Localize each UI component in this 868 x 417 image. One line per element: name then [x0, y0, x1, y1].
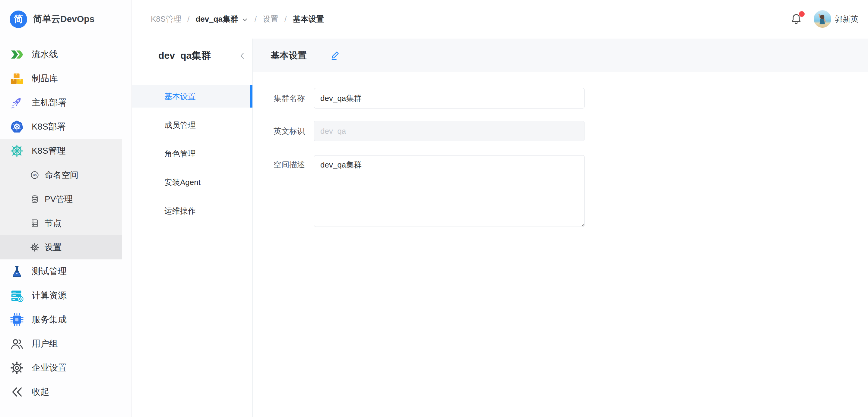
sidebar-item-test-manage[interactable]: 测试管理	[0, 259, 132, 283]
chevron-left-icon	[238, 51, 247, 60]
app-title: 简单云DevOps	[33, 13, 94, 25]
pv-database-icon	[30, 195, 39, 204]
collapse-icon	[10, 385, 24, 399]
description-label: 空间描述	[253, 155, 305, 227]
description-textarea[interactable]: dev_qa集群	[314, 155, 585, 227]
compute-resource-icon	[10, 289, 24, 303]
test-flask-icon	[10, 265, 24, 278]
cluster-name-input[interactable]	[314, 88, 585, 108]
cluster-panel: dev_qa集群 基本设置 成员管理 角色管理 安装Agent 运维操作	[132, 39, 253, 417]
edit-pencil-icon	[330, 50, 341, 61]
sidebar-item-host-deploy[interactable]: 主机部署	[0, 91, 132, 115]
node-server-icon	[30, 219, 39, 228]
panel-item-install-agent[interactable]: 安装Agent	[132, 171, 252, 194]
cluster-panel-title: dev_qa集群	[158, 49, 211, 62]
english-id-label: 英文标识	[253, 121, 305, 141]
sidebar-item-k8s-deploy[interactable]: K8S部署	[0, 115, 132, 139]
sidebar-item-artifacts[interactable]: 制品库	[0, 67, 132, 91]
edit-button[interactable]	[330, 50, 341, 61]
user-group-icon	[10, 337, 24, 351]
sidebar-item-enterprise-settings[interactable]: 企业设置	[0, 356, 132, 380]
host-deploy-rocket-icon	[10, 96, 24, 110]
primary-sidebar: 简 简单云DevOps 流水线 制品库 主机部署 K8S部署 K8S管	[0, 0, 132, 417]
user-avatar[interactable]	[814, 10, 831, 28]
panel-item-ops-actions[interactable]: 运维操作	[132, 200, 252, 222]
svg-text:NS: NS	[33, 174, 36, 177]
service-chip-icon	[10, 313, 24, 326]
breadcrumb: K8S管理 / dev_qa集群 / 设置 / 基本设置	[151, 14, 324, 25]
sidebar-item-user-group[interactable]: 用户组	[0, 332, 132, 356]
page-title: 基本设置	[271, 49, 307, 62]
namespace-icon: NS	[30, 171, 39, 180]
main-content: 基本设置 集群名称 英文标识 空间描述 dev_qa集群	[253, 39, 868, 417]
sidebar-item-service-integration[interactable]: 服务集成	[0, 308, 132, 332]
sidebar-item-node[interactable]: 节点	[0, 211, 122, 235]
chevron-down-icon	[241, 16, 249, 23]
k8s-manage-icon	[10, 144, 24, 158]
panel-item-member-manage[interactable]: 成员管理	[132, 114, 252, 136]
sidebar-item-namespace[interactable]: NS 命名空间	[0, 163, 122, 187]
notification-dot	[799, 11, 805, 17]
breadcrumb-page: 基本设置	[292, 14, 324, 25]
sidebar-item-pipeline[interactable]: 流水线	[0, 42, 132, 67]
breadcrumb-section: 设置	[263, 14, 278, 25]
notification-bell-button[interactable]	[790, 12, 802, 26]
enterprise-gear-icon	[10, 361, 24, 375]
english-id-input	[314, 121, 585, 141]
settings-gear-icon	[30, 243, 39, 252]
topbar: K8S管理 / dev_qa集群 / 设置 / 基本设置 郭新英	[132, 0, 868, 38]
cluster-name-label: 集群名称	[253, 88, 305, 108]
panel-item-basic-settings[interactable]: 基本设置	[132, 85, 252, 108]
breadcrumb-root: K8S管理	[151, 14, 181, 25]
user-name[interactable]: 郭新英	[835, 14, 858, 25]
sidebar-item-pv[interactable]: PV管理	[0, 187, 122, 211]
k8s-deploy-icon	[10, 120, 24, 134]
breadcrumb-cluster-dropdown[interactable]: dev_qa集群	[195, 14, 249, 25]
panel-item-role-manage[interactable]: 角色管理	[132, 142, 252, 165]
panel-collapse-button[interactable]	[238, 51, 247, 60]
app-logo-icon: 简	[10, 10, 27, 28]
pipeline-icon	[10, 47, 24, 62]
artifact-repo-icon	[10, 72, 24, 85]
app-logo: 简 简单云DevOps	[0, 0, 131, 38]
sidebar-item-k8s-manage[interactable]: K8S管理	[0, 139, 122, 163]
sidebar-item-collapse[interactable]: 收起	[0, 380, 132, 404]
sidebar-item-settings[interactable]: 设置	[0, 235, 122, 259]
sidebar-item-compute[interactable]: 计算资源	[0, 283, 132, 308]
